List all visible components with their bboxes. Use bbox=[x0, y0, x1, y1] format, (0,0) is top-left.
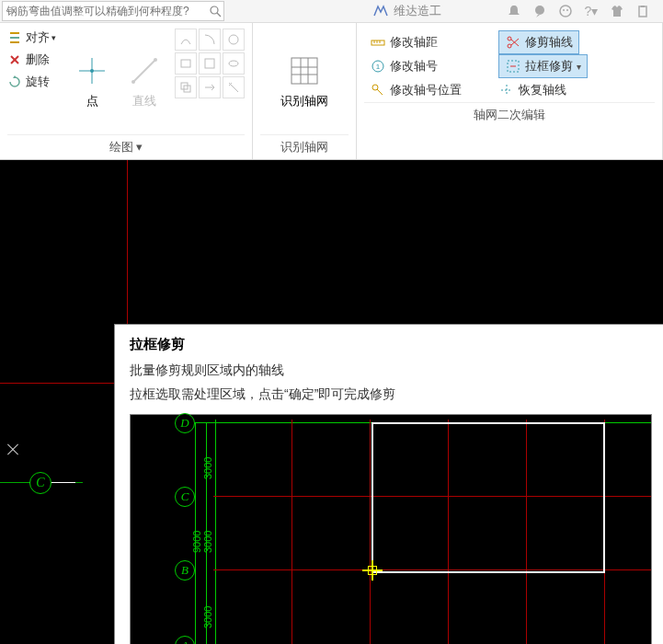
brand-text: 维达造工 bbox=[394, 3, 441, 19]
box-trim-icon bbox=[505, 58, 521, 75]
ribbon-group-axis-edit: 修改轴距 修剪轴线 1 修改轴号 拉框修剪 ▾ bbox=[357, 23, 663, 159]
ribbon-group-recognize: 识别轴网 识别轴网 bbox=[253, 23, 357, 159]
svg-point-4 bbox=[563, 9, 565, 11]
svg-point-17 bbox=[131, 80, 135, 84]
svg-line-42 bbox=[511, 39, 519, 45]
tool-measure-icon[interactable] bbox=[223, 76, 245, 98]
svg-point-0 bbox=[211, 6, 218, 14]
restore-axis-button[interactable]: 恢复轴线 bbox=[493, 78, 572, 102]
svg-point-3 bbox=[560, 6, 571, 17]
svg-point-19 bbox=[229, 35, 238, 44]
tool-rect2-icon[interactable] bbox=[199, 52, 221, 75]
axis-edit-group-label: 轴网二次编辑 bbox=[364, 102, 655, 127]
tooltip-title: 拉框修剪 bbox=[130, 336, 650, 353]
svg-line-41 bbox=[511, 40, 519, 46]
delete-icon bbox=[7, 52, 22, 67]
svg-point-2 bbox=[535, 6, 544, 15]
draw-group-label: 绘图 ▾ bbox=[7, 134, 245, 159]
title-bar: 维达造工 ?▾ bbox=[0, 0, 663, 23]
brand-logo-icon bbox=[372, 4, 390, 18]
svg-point-5 bbox=[566, 9, 568, 11]
line-icon bbox=[126, 52, 163, 89]
rotate-button[interactable]: 旋转 bbox=[7, 71, 66, 93]
svg-rect-30 bbox=[291, 58, 317, 84]
svg-line-1 bbox=[217, 13, 221, 17]
tooltip-subtitle: 批量修剪规则区域内的轴线 bbox=[130, 362, 650, 379]
point-button[interactable]: 点 bbox=[66, 27, 119, 134]
scissors-icon bbox=[505, 34, 521, 51]
line-button: 直线 bbox=[119, 27, 171, 134]
search-box[interactable] bbox=[2, 1, 224, 21]
number-icon: 1 bbox=[370, 58, 386, 75]
svg-rect-20 bbox=[181, 60, 190, 67]
svg-point-15 bbox=[90, 69, 94, 73]
recognize-axis-button[interactable]: 识别轴网 bbox=[264, 27, 345, 134]
svg-point-40 bbox=[508, 44, 511, 48]
delete-button[interactable]: 删除 bbox=[7, 49, 66, 71]
align-icon bbox=[7, 30, 22, 45]
svg-line-48 bbox=[377, 89, 383, 95]
dropdown-arrow-icon[interactable]: ▾ bbox=[577, 62, 581, 72]
ribbon: 对齐 ▾ 删除 旋转 点 bbox=[0, 23, 663, 160]
modify-dist-button[interactable]: 修改轴距 bbox=[364, 30, 443, 54]
ruler-icon bbox=[370, 34, 386, 51]
svg-point-22 bbox=[229, 61, 238, 66]
tooltip-panel: 拉框修剪 批量修剪规则区域内的轴线 拉框选取需处理区域，点击“确定”即可完成修剪 bbox=[114, 324, 663, 644]
trim-axis-button[interactable]: 修剪轴线 bbox=[498, 30, 579, 54]
svg-rect-7 bbox=[641, 6, 645, 7]
face-icon[interactable] bbox=[556, 2, 575, 20]
title-bar-icons: ?▾ bbox=[501, 2, 663, 20]
chat-icon[interactable] bbox=[531, 2, 549, 20]
ribbon-group-draw: 对齐 ▾ 删除 旋转 点 bbox=[0, 23, 253, 159]
tool-extend-icon[interactable] bbox=[199, 76, 221, 98]
shirt-icon[interactable] bbox=[608, 2, 626, 20]
tool-offset-icon[interactable] bbox=[175, 76, 197, 98]
svg-line-16 bbox=[133, 60, 155, 82]
tool-rect-icon[interactable] bbox=[175, 52, 197, 75]
modify-num-button[interactable]: 1 修改轴号 bbox=[364, 54, 443, 78]
cursor-icon bbox=[6, 442, 20, 456]
rotate-icon bbox=[7, 75, 22, 89]
svg-rect-21 bbox=[205, 59, 214, 68]
help-icon[interactable]: ?▾ bbox=[582, 2, 600, 20]
canvas[interactable]: C 拉框修剪 批量修剪规则区域内的轴线 拉框选取需处理区域，点击“确定”即可完成… bbox=[0, 160, 663, 644]
svg-point-18 bbox=[154, 58, 157, 62]
brand: 维达造工 bbox=[372, 3, 441, 19]
grid-icon bbox=[286, 52, 323, 89]
tool-spline-icon[interactable] bbox=[175, 29, 197, 51]
bell-icon[interactable] bbox=[505, 2, 523, 20]
pos-icon bbox=[370, 82, 386, 98]
align-button[interactable]: 对齐 ▾ bbox=[7, 27, 66, 49]
point-icon bbox=[74, 52, 110, 89]
box-trim-button[interactable]: 拉框修剪 ▾ bbox=[498, 54, 588, 78]
tool-ellipse-icon[interactable] bbox=[223, 52, 245, 75]
tooltip-illustration: D C B A 3000 3000 3000 9000 bbox=[130, 414, 652, 644]
draw-tools-grid bbox=[175, 29, 245, 134]
svg-text:1: 1 bbox=[376, 63, 381, 71]
recognize-group-label: 识别轴网 bbox=[260, 134, 349, 159]
tool-arc-icon[interactable] bbox=[199, 29, 221, 51]
svg-point-39 bbox=[508, 37, 511, 40]
restore-icon bbox=[498, 82, 515, 98]
grid-line bbox=[0, 383, 114, 384]
search-icon[interactable] bbox=[207, 3, 223, 19]
modify-pos-button[interactable]: 修改轴号位置 bbox=[364, 78, 467, 102]
tool-circle-icon[interactable] bbox=[223, 29, 245, 51]
svg-rect-35 bbox=[372, 40, 384, 45]
tooltip-desc: 拉框选取需处理区域，点击“确定”即可完成修剪 bbox=[130, 386, 650, 403]
axis-bubble-c: C bbox=[29, 472, 51, 494]
search-input[interactable] bbox=[3, 5, 207, 17]
left-small-buttons: 对齐 ▾ 删除 旋转 bbox=[7, 27, 66, 134]
clipboard-icon[interactable] bbox=[634, 2, 652, 20]
crosshair-icon bbox=[362, 560, 383, 581]
svg-rect-6 bbox=[639, 6, 646, 17]
